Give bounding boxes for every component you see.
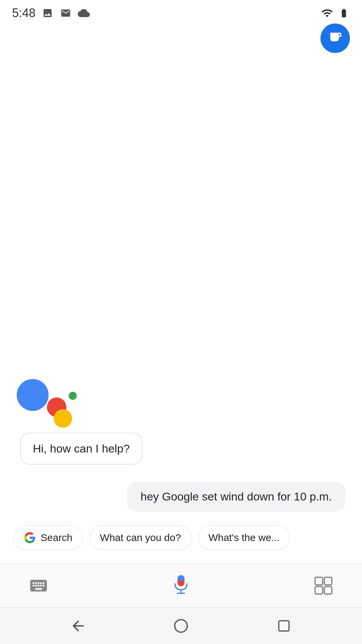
assistant-speech-bubble: Hi, how can I help? xyxy=(20,433,142,465)
nav-back-icon[interactable] xyxy=(68,616,88,636)
svg-rect-8 xyxy=(279,621,289,631)
svg-rect-4 xyxy=(324,577,332,585)
nav-recent-icon[interactable] xyxy=(274,616,294,636)
svg-point-7 xyxy=(175,620,187,632)
search-chip[interactable]: Search xyxy=(13,525,83,550)
wifi-icon xyxy=(321,7,333,19)
main-content: Hi, how can I help? hey Google set wind … xyxy=(0,23,362,564)
status-bar: 5:48 xyxy=(0,0,362,23)
user-message-bubble: hey Google set wind down for 10 p.m. xyxy=(127,481,345,512)
status-right xyxy=(321,7,350,19)
circle-green xyxy=(69,392,77,400)
cloud-status-icon xyxy=(78,7,90,19)
keyboard-icon[interactable] xyxy=(27,574,50,597)
top-right-fab[interactable] xyxy=(320,23,350,53)
user-message-text: hey Google set wind down for 10 p.m. xyxy=(140,490,332,503)
mic-button[interactable] xyxy=(166,571,196,601)
assistant-logo xyxy=(17,376,77,429)
suggestion-chips: Search What can you do? What's the we... xyxy=(0,522,362,553)
nav-home-icon[interactable] xyxy=(171,616,191,636)
google-g-icon xyxy=(24,532,36,544)
status-time: 5:48 xyxy=(12,6,36,20)
battery-icon xyxy=(338,7,350,19)
user-message-area: hey Google set wind down for 10 p.m. xyxy=(0,471,362,522)
bottom-toolbar xyxy=(0,564,362,607)
search-chip-label: Search xyxy=(41,532,72,543)
circle-blue xyxy=(17,379,49,411)
assistant-greeting-text: Hi, how can I help? xyxy=(33,442,130,455)
assistant-area: Hi, how can I help? xyxy=(0,376,362,465)
what-can-you-do-label: What can you do? xyxy=(100,532,181,543)
gmail-status-icon xyxy=(60,7,72,19)
svg-rect-0 xyxy=(178,575,185,586)
nav-bar xyxy=(0,607,362,644)
svg-rect-5 xyxy=(315,586,323,594)
photo-status-icon xyxy=(42,7,54,19)
svg-rect-3 xyxy=(315,577,323,585)
whats-weather-label: What's the we... xyxy=(208,532,280,543)
svg-rect-6 xyxy=(324,586,332,594)
status-left: 5:48 xyxy=(12,6,90,20)
camera-lens-icon[interactable] xyxy=(312,574,335,597)
circle-yellow xyxy=(54,409,72,428)
whats-weather-chip[interactable]: What's the we... xyxy=(198,525,290,550)
what-can-you-do-chip[interactable]: What can you do? xyxy=(89,525,191,550)
